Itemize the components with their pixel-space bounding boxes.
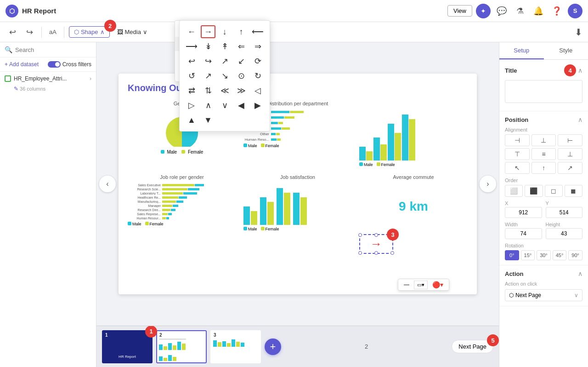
bell-icon[interactable]: 🔔 xyxy=(531,4,546,18)
arrow-tri-right2[interactable]: ▶ xyxy=(250,99,265,112)
arrow-down[interactable]: ↓ xyxy=(217,25,232,38)
order-back[interactable]: ◼ xyxy=(565,185,582,197)
rot-30[interactable]: 30° xyxy=(537,250,551,260)
arrow-double-right[interactable]: ⇒ xyxy=(250,40,265,53)
arrow-down2[interactable]: ↡ xyxy=(201,40,215,53)
ai-button[interactable]: ✦ xyxy=(476,4,491,18)
x-input[interactable] xyxy=(505,207,542,218)
arrow-se[interactable]: ↘ xyxy=(217,69,232,82)
redo-button[interactable]: ↪ xyxy=(23,25,37,39)
order-front[interactable]: ⬜ xyxy=(505,185,523,197)
arrow-tri-left[interactable]: ◁ xyxy=(250,84,265,97)
shape-button[interactable]: ⬡ Shape ∧ xyxy=(69,26,110,38)
arrow-up2[interactable]: ↟ xyxy=(217,40,232,53)
align-bottom[interactable]: ⊥ xyxy=(558,148,582,160)
add-page-button[interactable]: + xyxy=(265,338,281,355)
order-backward[interactable]: ◻ xyxy=(545,185,563,197)
next-page-button[interactable]: › xyxy=(480,176,496,192)
arrow-undo[interactable]: ↩ xyxy=(184,55,199,68)
width-input[interactable] xyxy=(505,228,542,239)
arrow-chevron-up[interactable]: ∧ xyxy=(201,99,215,112)
rot-90[interactable]: 90° xyxy=(568,250,582,260)
action-select[interactable]: ⬡ Next Page ∨ xyxy=(505,289,582,301)
handle-tm[interactable] xyxy=(374,233,378,237)
y-input[interactable] xyxy=(546,207,583,218)
thumbnail-1[interactable]: 1 HR Report xyxy=(102,330,153,363)
align-tc[interactable]: ↑ xyxy=(531,162,556,174)
align-center-h[interactable]: ⊥ xyxy=(531,134,556,146)
float-shape-btn[interactable]: ▭▾ xyxy=(414,281,428,289)
arrow-lr[interactable]: ⇄ xyxy=(184,84,199,97)
rot-45[interactable]: 45° xyxy=(553,250,567,260)
arrow-cw[interactable]: ⟳ xyxy=(250,55,265,68)
rot-0[interactable]: 0° xyxy=(505,250,519,260)
handle-bl[interactable] xyxy=(358,251,362,255)
arrow-ccw[interactable]: ↺ xyxy=(184,69,199,82)
arrow-tri-up[interactable]: ▲ xyxy=(184,114,199,126)
handle-br[interactable] xyxy=(390,251,394,255)
align-middle-v[interactable]: ≡ xyxy=(531,148,556,160)
align-tl[interactable]: ↖ xyxy=(505,162,530,174)
arrow-ne2[interactable]: ↗ xyxy=(201,69,215,82)
arrow-target[interactable]: ⊙ xyxy=(234,69,249,82)
arrow-sw[interactable]: ↙ xyxy=(234,55,249,68)
align-left[interactable]: ⊣ xyxy=(505,134,530,146)
arrow-double-left[interactable]: ⇐ xyxy=(234,40,249,53)
search-input[interactable] xyxy=(15,46,91,53)
chat-icon[interactable]: 💬 xyxy=(494,4,509,18)
arrow-chevron-down[interactable]: ∨ xyxy=(217,99,232,112)
dataset-expand-icon[interactable]: › xyxy=(90,75,91,82)
rot-15[interactable]: 15° xyxy=(521,250,535,260)
action-collapse-btn[interactable]: ∧ xyxy=(578,270,582,277)
title-collapse-btn[interactable]: ∧ xyxy=(578,67,582,74)
arrow-double-lr[interactable]: ≪ xyxy=(217,84,232,97)
arrow-tri-left2[interactable]: ◀ xyxy=(234,99,249,112)
title-section-label: Title xyxy=(505,67,517,74)
user-avatar[interactable]: S xyxy=(568,4,582,18)
float-color-btn[interactable]: 🔴▾ xyxy=(430,280,446,289)
thumbnail-3[interactable]: 3 xyxy=(210,330,261,363)
arrow-ud[interactable]: ⇅ xyxy=(201,84,215,97)
download-button[interactable]: ⬇ xyxy=(575,27,582,38)
arrow-up[interactable]: ↑ xyxy=(234,25,249,38)
handle-tl[interactable] xyxy=(358,233,362,237)
arrow-ne[interactable]: ↗ xyxy=(217,55,232,68)
edit-icon[interactable]: ✎ xyxy=(14,86,18,92)
dist-group-2 xyxy=(373,138,387,161)
prev-page-button[interactable]: ‹ xyxy=(99,176,116,192)
order-forward[interactable]: ⬛ xyxy=(525,185,543,197)
float-minus-btn[interactable]: — xyxy=(401,281,412,289)
handle-bm[interactable] xyxy=(374,251,378,255)
tab-setup[interactable]: Setup xyxy=(499,42,544,59)
text-size-button[interactable]: aA xyxy=(46,27,59,37)
tab-style[interactable]: Style xyxy=(544,42,588,59)
undo-button[interactable]: ↩ xyxy=(6,25,20,39)
arrow-double-rl[interactable]: ≫ xyxy=(234,84,249,97)
help-icon[interactable]: ❓ xyxy=(549,4,564,18)
position-section: Position ∧ Alignment ⊣ ⊥ ⊢ ⊤ ≡ ⊥ ↖ ↑ ↗ O… xyxy=(499,111,588,265)
arrow-redo[interactable]: ↪ xyxy=(201,55,215,68)
arrow-left[interactable]: ← xyxy=(184,25,199,38)
arrow-refresh[interactable]: ↻ xyxy=(250,69,265,82)
cross-filters-toggle[interactable]: Cross filters xyxy=(48,61,91,68)
arrow-tri-down[interactable]: ▼ xyxy=(201,114,215,126)
align-top[interactable]: ⊤ xyxy=(505,148,530,160)
align-right[interactable]: ⊢ xyxy=(558,134,582,146)
arrow-shape-element[interactable]: → 3 xyxy=(359,234,393,254)
thumbnail-2[interactable]: 2 xyxy=(156,330,207,363)
toggle-switch[interactable] xyxy=(48,61,61,68)
position-collapse-btn[interactable]: ∧ xyxy=(578,116,582,123)
arrow-right2[interactable]: ⟶ xyxy=(184,40,199,53)
arrow-left2[interactable]: ⟵ xyxy=(250,25,265,38)
arrow-right[interactable]: → xyxy=(201,25,215,38)
title-input[interactable] xyxy=(505,80,582,103)
height-input[interactable] xyxy=(546,228,583,239)
media-button[interactable]: 🖼 Media ∨ xyxy=(113,27,152,37)
add-dataset-button[interactable]: + Add dataset xyxy=(5,61,39,68)
arrow-tri-right[interactable]: ▷ xyxy=(184,99,199,112)
align-tr[interactable]: ↗ xyxy=(558,162,582,174)
toggle-dot xyxy=(55,62,60,67)
filter-icon[interactable]: ⚗ xyxy=(513,4,527,18)
view-button[interactable]: View xyxy=(447,5,472,17)
sat-bar-m3 xyxy=(277,188,283,225)
